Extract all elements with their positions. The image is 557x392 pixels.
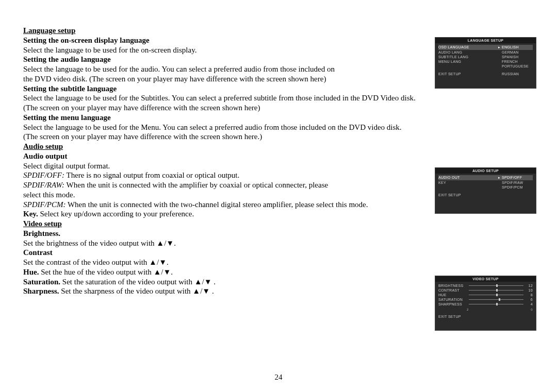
contrast-text: Set the contrast of the video output wit… (23, 258, 536, 267)
audio-language-text: Select the language to be used for the a… (23, 64, 415, 74)
video-setup-heading: Video setup (23, 219, 536, 229)
menu-language-heading: Setting the menu language (23, 113, 536, 123)
brightness-heading: Brightness. (23, 229, 536, 238)
contrast-heading: Contrast (23, 248, 536, 258)
osd-title: VIDEO SETUP (435, 276, 536, 282)
language-setup-screenshot: LANGUAGE SETUP OSD LANGUAGE▸ENGLISH AUDI… (435, 37, 536, 89)
language-setup-heading: Language setup (23, 26, 536, 36)
chevron-right-icon: ▸ (498, 45, 500, 49)
subtitle-language-text2: (The screen on your player may have diff… (23, 103, 529, 113)
subtitle-language-text: Select the language to be used for the S… (23, 93, 529, 103)
audio-setup-screenshot: AUDIO SETUP AUDIO OUT▸SPDIF/OFF KEYSPDIF… (435, 167, 536, 214)
chevron-right-icon: ▸ (498, 176, 500, 180)
audio-setup-heading: Audio setup (23, 142, 536, 151)
osd-title: LANGUAGE SETUP (435, 38, 536, 43)
osd-title: AUDIO SETUP (435, 168, 536, 174)
spdif-raw-line1: SPDIF/RAW: When the unit is connected wi… (23, 180, 415, 190)
audio-output-heading: Audio output (23, 151, 536, 161)
video-setup-screenshot: VIDEO SETUP BRIGHTNESS12 CONTRAST10 HUE8… (435, 276, 536, 331)
menu-language-text2: (The screen on your player may have diff… (23, 132, 529, 142)
page-number: 24 (0, 373, 557, 382)
osd-language-text: Select the language to be used for the o… (23, 45, 415, 55)
audio-language-text2: the DVD video disk. (The screen on your … (23, 74, 415, 84)
menu-language-text: Select the language to be used for the M… (23, 123, 529, 132)
brightness-text: Set the brightness of the video output w… (23, 238, 536, 248)
